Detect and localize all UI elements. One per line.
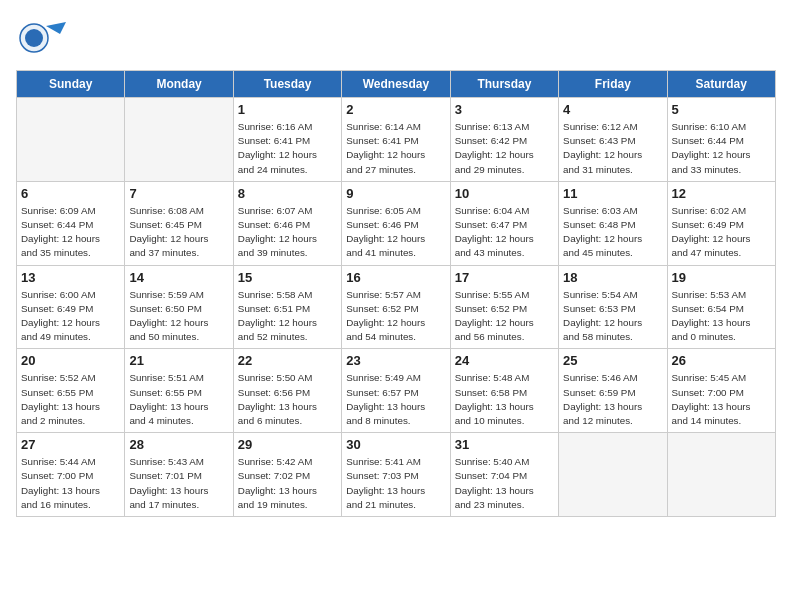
cell-content: Sunrise: 6:00 AMSunset: 6:49 PMDaylight:…	[21, 288, 120, 345]
day-number: 4	[563, 102, 662, 117]
cell-content: Sunrise: 6:13 AMSunset: 6:42 PMDaylight:…	[455, 120, 554, 177]
weekday-header: Saturday	[667, 71, 775, 98]
day-number: 31	[455, 437, 554, 452]
day-number: 21	[129, 353, 228, 368]
calendar-cell	[125, 98, 233, 182]
calendar-cell: 9Sunrise: 6:05 AMSunset: 6:46 PMDaylight…	[342, 181, 450, 265]
cell-content: Sunrise: 6:07 AMSunset: 6:46 PMDaylight:…	[238, 204, 337, 261]
calendar-cell: 23Sunrise: 5:49 AMSunset: 6:57 PMDayligh…	[342, 349, 450, 433]
weekday-header: Tuesday	[233, 71, 341, 98]
cell-content: Sunrise: 6:12 AMSunset: 6:43 PMDaylight:…	[563, 120, 662, 177]
calendar-cell: 21Sunrise: 5:51 AMSunset: 6:55 PMDayligh…	[125, 349, 233, 433]
day-number: 3	[455, 102, 554, 117]
cell-content: Sunrise: 5:45 AMSunset: 7:00 PMDaylight:…	[672, 371, 771, 428]
cell-content: Sunrise: 5:40 AMSunset: 7:04 PMDaylight:…	[455, 455, 554, 512]
calendar-cell: 25Sunrise: 5:46 AMSunset: 6:59 PMDayligh…	[559, 349, 667, 433]
calendar-cell: 26Sunrise: 5:45 AMSunset: 7:00 PMDayligh…	[667, 349, 775, 433]
cell-content: Sunrise: 5:55 AMSunset: 6:52 PMDaylight:…	[455, 288, 554, 345]
day-number: 22	[238, 353, 337, 368]
calendar-cell: 3Sunrise: 6:13 AMSunset: 6:42 PMDaylight…	[450, 98, 558, 182]
day-number: 29	[238, 437, 337, 452]
weekday-header: Friday	[559, 71, 667, 98]
day-number: 25	[563, 353, 662, 368]
calendar-cell: 11Sunrise: 6:03 AMSunset: 6:48 PMDayligh…	[559, 181, 667, 265]
calendar-cell: 30Sunrise: 5:41 AMSunset: 7:03 PMDayligh…	[342, 433, 450, 517]
calendar-cell: 20Sunrise: 5:52 AMSunset: 6:55 PMDayligh…	[17, 349, 125, 433]
calendar-cell	[17, 98, 125, 182]
cell-content: Sunrise: 5:42 AMSunset: 7:02 PMDaylight:…	[238, 455, 337, 512]
calendar-cell: 8Sunrise: 6:07 AMSunset: 6:46 PMDaylight…	[233, 181, 341, 265]
calendar-cell: 22Sunrise: 5:50 AMSunset: 6:56 PMDayligh…	[233, 349, 341, 433]
cell-content: Sunrise: 6:09 AMSunset: 6:44 PMDaylight:…	[21, 204, 120, 261]
cell-content: Sunrise: 5:43 AMSunset: 7:01 PMDaylight:…	[129, 455, 228, 512]
day-number: 16	[346, 270, 445, 285]
day-number: 11	[563, 186, 662, 201]
day-number: 15	[238, 270, 337, 285]
cell-content: Sunrise: 5:44 AMSunset: 7:00 PMDaylight:…	[21, 455, 120, 512]
calendar-cell: 19Sunrise: 5:53 AMSunset: 6:54 PMDayligh…	[667, 265, 775, 349]
calendar-cell: 17Sunrise: 5:55 AMSunset: 6:52 PMDayligh…	[450, 265, 558, 349]
cell-content: Sunrise: 6:08 AMSunset: 6:45 PMDaylight:…	[129, 204, 228, 261]
cell-content: Sunrise: 5:49 AMSunset: 6:57 PMDaylight:…	[346, 371, 445, 428]
calendar-cell: 27Sunrise: 5:44 AMSunset: 7:00 PMDayligh…	[17, 433, 125, 517]
cell-content: Sunrise: 5:41 AMSunset: 7:03 PMDaylight:…	[346, 455, 445, 512]
svg-marker-2	[46, 22, 66, 34]
cell-content: Sunrise: 5:46 AMSunset: 6:59 PMDaylight:…	[563, 371, 662, 428]
cell-content: Sunrise: 6:02 AMSunset: 6:49 PMDaylight:…	[672, 204, 771, 261]
calendar-cell: 12Sunrise: 6:02 AMSunset: 6:49 PMDayligh…	[667, 181, 775, 265]
day-number: 26	[672, 353, 771, 368]
calendar-cell	[667, 433, 775, 517]
cell-content: Sunrise: 5:51 AMSunset: 6:55 PMDaylight:…	[129, 371, 228, 428]
cell-content: Sunrise: 6:10 AMSunset: 6:44 PMDaylight:…	[672, 120, 771, 177]
calendar-cell: 31Sunrise: 5:40 AMSunset: 7:04 PMDayligh…	[450, 433, 558, 517]
page-header	[16, 16, 776, 60]
day-number: 23	[346, 353, 445, 368]
calendar-cell: 4Sunrise: 6:12 AMSunset: 6:43 PMDaylight…	[559, 98, 667, 182]
cell-content: Sunrise: 6:16 AMSunset: 6:41 PMDaylight:…	[238, 120, 337, 177]
cell-content: Sunrise: 5:58 AMSunset: 6:51 PMDaylight:…	[238, 288, 337, 345]
svg-point-1	[25, 29, 43, 47]
calendar-body: 1Sunrise: 6:16 AMSunset: 6:41 PMDaylight…	[17, 98, 776, 517]
calendar-table: SundayMondayTuesdayWednesdayThursdayFrid…	[16, 70, 776, 517]
day-number: 28	[129, 437, 228, 452]
calendar-cell: 6Sunrise: 6:09 AMSunset: 6:44 PMDaylight…	[17, 181, 125, 265]
calendar-week-row: 13Sunrise: 6:00 AMSunset: 6:49 PMDayligh…	[17, 265, 776, 349]
cell-content: Sunrise: 6:05 AMSunset: 6:46 PMDaylight:…	[346, 204, 445, 261]
day-number: 5	[672, 102, 771, 117]
day-number: 6	[21, 186, 120, 201]
day-number: 19	[672, 270, 771, 285]
day-number: 20	[21, 353, 120, 368]
day-number: 18	[563, 270, 662, 285]
cell-content: Sunrise: 5:50 AMSunset: 6:56 PMDaylight:…	[238, 371, 337, 428]
calendar-cell: 1Sunrise: 6:16 AMSunset: 6:41 PMDaylight…	[233, 98, 341, 182]
weekday-header: Monday	[125, 71, 233, 98]
cell-content: Sunrise: 5:59 AMSunset: 6:50 PMDaylight:…	[129, 288, 228, 345]
cell-content: Sunrise: 6:04 AMSunset: 6:47 PMDaylight:…	[455, 204, 554, 261]
calendar-week-row: 27Sunrise: 5:44 AMSunset: 7:00 PMDayligh…	[17, 433, 776, 517]
cell-content: Sunrise: 5:48 AMSunset: 6:58 PMDaylight:…	[455, 371, 554, 428]
weekday-header: Wednesday	[342, 71, 450, 98]
logo	[16, 16, 64, 60]
cell-content: Sunrise: 6:03 AMSunset: 6:48 PMDaylight:…	[563, 204, 662, 261]
calendar-cell: 15Sunrise: 5:58 AMSunset: 6:51 PMDayligh…	[233, 265, 341, 349]
day-number: 17	[455, 270, 554, 285]
day-number: 13	[21, 270, 120, 285]
logo-icon	[16, 16, 68, 60]
calendar-cell: 29Sunrise: 5:42 AMSunset: 7:02 PMDayligh…	[233, 433, 341, 517]
calendar-cell: 7Sunrise: 6:08 AMSunset: 6:45 PMDaylight…	[125, 181, 233, 265]
day-number: 10	[455, 186, 554, 201]
day-number: 2	[346, 102, 445, 117]
calendar-cell: 14Sunrise: 5:59 AMSunset: 6:50 PMDayligh…	[125, 265, 233, 349]
cell-content: Sunrise: 5:57 AMSunset: 6:52 PMDaylight:…	[346, 288, 445, 345]
cell-content: Sunrise: 5:52 AMSunset: 6:55 PMDaylight:…	[21, 371, 120, 428]
weekday-header: Sunday	[17, 71, 125, 98]
day-number: 27	[21, 437, 120, 452]
calendar-cell: 2Sunrise: 6:14 AMSunset: 6:41 PMDaylight…	[342, 98, 450, 182]
calendar-cell: 28Sunrise: 5:43 AMSunset: 7:01 PMDayligh…	[125, 433, 233, 517]
calendar-cell: 16Sunrise: 5:57 AMSunset: 6:52 PMDayligh…	[342, 265, 450, 349]
calendar-cell: 13Sunrise: 6:00 AMSunset: 6:49 PMDayligh…	[17, 265, 125, 349]
calendar-cell	[559, 433, 667, 517]
cell-content: Sunrise: 6:14 AMSunset: 6:41 PMDaylight:…	[346, 120, 445, 177]
cell-content: Sunrise: 5:54 AMSunset: 6:53 PMDaylight:…	[563, 288, 662, 345]
day-number: 12	[672, 186, 771, 201]
